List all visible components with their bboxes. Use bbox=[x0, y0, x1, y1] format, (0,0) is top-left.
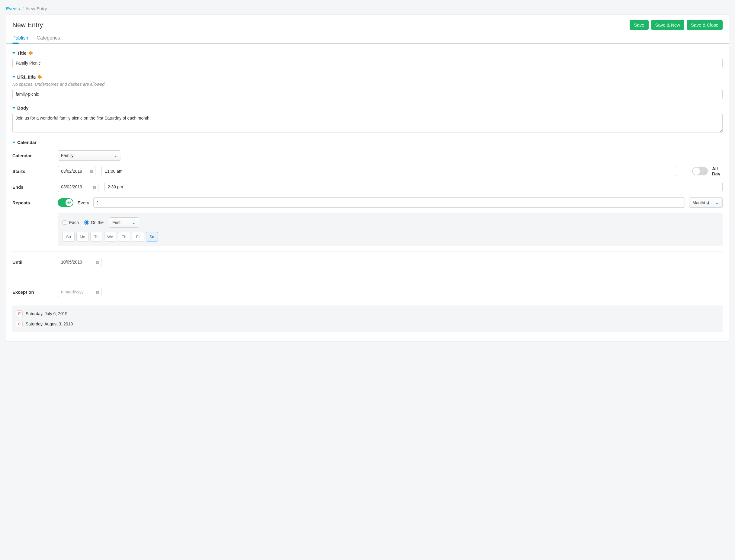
day-button-we[interactable]: We bbox=[104, 232, 116, 242]
except-item-label: Saturday, August 3, 2019 bbox=[26, 322, 73, 326]
title-section-header[interactable]: Title ✱ bbox=[12, 50, 723, 56]
starts-date-input[interactable] bbox=[58, 166, 95, 176]
save-and-close-button[interactable]: Save & Close bbox=[687, 20, 723, 30]
all-day-label: All Day bbox=[712, 166, 723, 176]
on-the-radio-label: On the bbox=[91, 220, 104, 225]
breadcrumb-separator: / bbox=[22, 6, 24, 11]
each-radio-label: Each bbox=[69, 220, 79, 225]
url-section-header[interactable]: URL title ✱ bbox=[12, 74, 723, 79]
on-the-radio[interactable]: On the bbox=[84, 220, 104, 225]
starts-label: Starts bbox=[12, 169, 58, 174]
entry-panel: New Entry Save Save & New Save & Close P… bbox=[6, 14, 729, 341]
divider bbox=[12, 281, 723, 281]
on-the-ordinal-select[interactable]: First bbox=[109, 217, 139, 228]
page-title: New Entry bbox=[12, 21, 43, 29]
all-day-toggle[interactable] bbox=[692, 167, 708, 175]
calendar-section-label: Calendar bbox=[17, 140, 37, 145]
day-button-su[interactable]: Su bbox=[63, 232, 75, 242]
repeats-toggle[interactable] bbox=[58, 198, 73, 207]
day-button-th[interactable]: Th bbox=[118, 232, 130, 242]
each-radio[interactable]: Each bbox=[63, 220, 79, 225]
day-button-fr[interactable]: Fr bbox=[132, 232, 144, 242]
except-on-date-input[interactable] bbox=[58, 287, 101, 297]
except-item: Saturday, July 6, 2019 bbox=[16, 309, 719, 319]
until-label: Until bbox=[12, 260, 58, 265]
url-title-input[interactable] bbox=[12, 89, 723, 99]
except-item-label: Saturday, July 6, 2019 bbox=[26, 311, 67, 316]
starts-time-input[interactable] bbox=[101, 166, 677, 176]
title-label: Title bbox=[17, 50, 27, 56]
tab-categories[interactable]: Categories bbox=[37, 35, 60, 44]
body-section-header[interactable]: Body bbox=[12, 105, 723, 110]
calendar-field-label: Calendar bbox=[12, 153, 58, 158]
until-date-input[interactable] bbox=[58, 257, 101, 267]
calendar-select[interactable]: Family bbox=[58, 150, 121, 161]
except-item: Saturday, August 3, 2019 bbox=[16, 319, 719, 329]
body-label: Body bbox=[17, 105, 29, 110]
body-textarea[interactable]: Join us for a wonderful family picnic on… bbox=[12, 113, 723, 133]
chevron-down-icon bbox=[12, 76, 15, 78]
repeats-label: Repeats bbox=[12, 200, 58, 205]
url-title-label: URL title bbox=[17, 74, 36, 79]
chevron-down-icon bbox=[12, 52, 15, 54]
svg-point-0 bbox=[69, 202, 70, 203]
chevron-down-icon bbox=[12, 107, 15, 109]
except-on-label: Except on bbox=[12, 290, 58, 295]
ends-time-input[interactable] bbox=[104, 182, 723, 192]
delete-exception-button[interactable] bbox=[16, 321, 23, 327]
save-and-new-button[interactable]: Save & New bbox=[651, 20, 685, 30]
ends-date-input[interactable] bbox=[58, 182, 98, 192]
save-button[interactable]: Save bbox=[630, 20, 648, 30]
url-help-text: No spaces. Underscores and dashes are al… bbox=[12, 82, 723, 87]
chevron-down-icon bbox=[12, 142, 15, 143]
every-count-input[interactable] bbox=[93, 197, 685, 208]
tab-publish[interactable]: Publish bbox=[12, 35, 28, 44]
every-label: Every bbox=[78, 200, 89, 205]
every-unit-select[interactable]: Month(s) bbox=[689, 197, 723, 208]
calendar-section-header[interactable]: Calendar bbox=[12, 140, 723, 145]
day-button-mo[interactable]: Mo bbox=[76, 232, 88, 242]
breadcrumb: Events / New Entry bbox=[6, 6, 729, 11]
day-button-sa[interactable]: Sa bbox=[146, 232, 158, 242]
breadcrumb-events-link[interactable]: Events bbox=[6, 6, 20, 11]
breadcrumb-current: New Entry bbox=[26, 6, 47, 11]
delete-exception-button[interactable] bbox=[16, 310, 23, 317]
title-input[interactable] bbox=[12, 58, 723, 68]
ends-label: Ends bbox=[12, 184, 58, 190]
day-button-tu[interactable]: Tu bbox=[90, 232, 102, 242]
